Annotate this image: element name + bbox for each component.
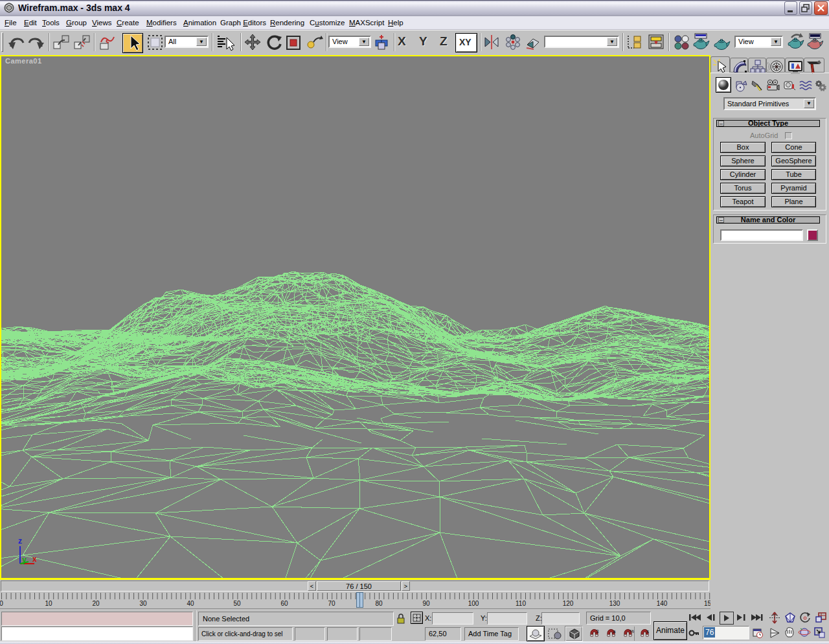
svg-text:z: z [18, 536, 22, 546]
svg-text:20: 20 [92, 600, 100, 607]
svg-text:15: 15 [704, 600, 710, 607]
svg-text:y: y [22, 555, 27, 564]
svg-text:30: 30 [139, 600, 147, 607]
svg-text:3: 3 [596, 628, 599, 634]
svg-text:100: 100 [468, 600, 479, 607]
svg-text:140: 140 [657, 600, 668, 607]
svg-text:50: 50 [233, 600, 241, 607]
svg-text:s: s [646, 628, 649, 634]
svg-text:a: a [613, 628, 616, 634]
svg-text:40: 40 [187, 600, 194, 607]
svg-text:10: 10 [45, 600, 52, 607]
svg-text:80: 80 [375, 600, 383, 607]
svg-text:90: 90 [422, 600, 430, 607]
svg-text:120: 120 [563, 600, 574, 607]
svg-text:x: x [32, 555, 37, 564]
svg-text:0: 0 [0, 600, 3, 607]
svg-text:110: 110 [516, 600, 526, 607]
svg-text:70: 70 [328, 600, 335, 607]
svg-text:60: 60 [280, 600, 288, 607]
svg-text:130: 130 [609, 600, 620, 607]
